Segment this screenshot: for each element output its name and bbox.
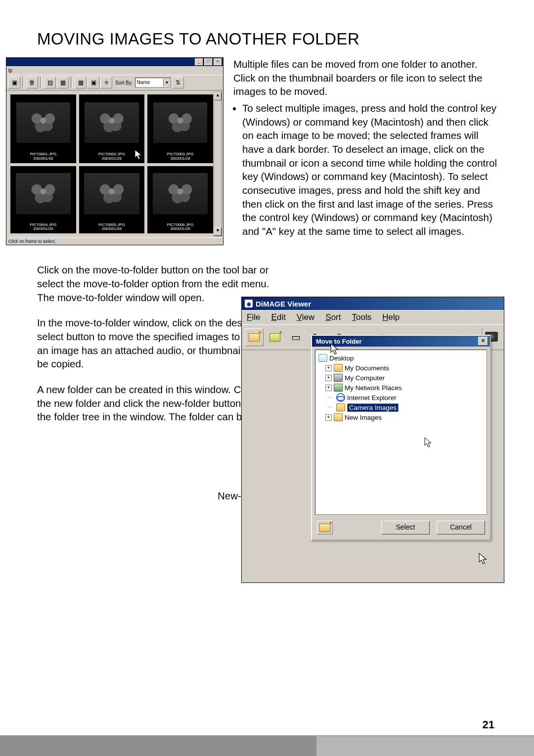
expand-icon[interactable]: + xyxy=(325,414,332,421)
move-folder-icon xyxy=(269,333,280,342)
tree-connector: ⋯ xyxy=(325,395,334,401)
section-title: MOVING IMAGES TO ANOTHER FOLDER xyxy=(37,30,499,48)
thumbnail-filename: PICT0001.JPG2003/01/28 xyxy=(10,151,76,163)
menu-sort[interactable]: Sort xyxy=(325,312,341,322)
close-icon[interactable]: × xyxy=(214,58,222,66)
dimage-viewer-window: ◉ DiMAGE Viewer File Edit View Sort Tool… xyxy=(241,297,504,583)
sort-direction-button[interactable]: ⇅ xyxy=(172,77,184,89)
new-folder-icon xyxy=(319,524,330,532)
thumbnail-cell[interactable]: PICT0004.JPG2003/01/28 xyxy=(10,166,76,234)
new-folder-button[interactable] xyxy=(317,521,333,534)
menubar-fragment: lp xyxy=(6,66,223,75)
sort-by-value: Name xyxy=(137,79,150,87)
close-icon[interactable]: × xyxy=(478,337,488,346)
toolbar-button[interactable]: ≡ xyxy=(100,77,112,89)
cursor-icon xyxy=(424,437,434,448)
folder-icon xyxy=(334,384,343,392)
expand-icon[interactable]: + xyxy=(325,365,332,371)
toolbar-button[interactable]: ▤ xyxy=(44,77,56,89)
menu-edit[interactable]: Edit xyxy=(271,312,285,322)
new-folder-toolbar-button[interactable] xyxy=(245,328,264,346)
scroll-up-icon[interactable]: ▲ xyxy=(214,92,222,100)
menu-tools[interactable]: Tools xyxy=(352,312,371,322)
tree-label: My Network Places xyxy=(345,384,402,392)
menu-view[interactable]: View xyxy=(297,312,315,322)
move-to-folder-dialog: Move to Folder × Desktop +My Documents+M… xyxy=(311,335,491,540)
thumbnail-filename: PICT0005.JPG2003/01/28 xyxy=(79,222,145,234)
tree-item[interactable]: +My Computer xyxy=(318,373,484,383)
flower-icon xyxy=(84,173,139,214)
toolbar-button[interactable]: ▣ xyxy=(8,77,20,89)
page-number: 21 xyxy=(483,718,494,731)
tree-item[interactable]: +My Documents xyxy=(318,363,484,373)
thumbnail-cell[interactable]: PICT0006.JPG2003/01/28 xyxy=(147,166,213,234)
footer-bar xyxy=(0,735,534,756)
scroll-down-icon[interactable]: ▼ xyxy=(214,227,222,236)
expand-icon[interactable]: + xyxy=(325,375,332,381)
thumbnail-cell[interactable]: PICT0003.JPG2003/01/28 xyxy=(147,94,213,163)
internet-explorer-icon xyxy=(336,393,345,402)
flower-icon xyxy=(85,102,138,143)
menu-help[interactable]: Help xyxy=(382,312,400,322)
thumbnail-image[interactable] xyxy=(10,94,76,151)
thumbnail-toolbar: ▣ 🗑 ▤ ▦ ▦ ▣ ≡ Sort By: Name ▾ ⇅ xyxy=(6,75,223,90)
chevron-down-icon[interactable]: ▾ xyxy=(163,79,171,87)
toolbar-button[interactable]: ▭ xyxy=(286,328,305,346)
toolbar-button[interactable]: ▦ xyxy=(75,77,87,89)
vertical-scrollbar[interactable]: ▲ ▼ xyxy=(214,91,222,236)
toolbar-button[interactable]: 🗑 xyxy=(26,77,38,89)
bullet-instruction: To select multiple images, press and hol… xyxy=(242,101,499,238)
thumbnail-filename: PICT0004.JPG2003/01/28 xyxy=(10,222,76,234)
cancel-button[interactable]: Cancel xyxy=(437,521,485,534)
minimize-icon[interactable]: _ xyxy=(195,58,203,66)
desktop-icon xyxy=(318,354,327,362)
menu-file[interactable]: File xyxy=(247,312,260,322)
tree-connector: ⋯ xyxy=(325,404,334,411)
tree-item[interactable]: ⋯Camera Images xyxy=(318,402,484,412)
toolbar-button[interactable]: ▦ xyxy=(57,77,69,89)
thumbnail-image[interactable] xyxy=(10,166,76,222)
tree-item[interactable]: +New Images xyxy=(318,412,484,422)
status-bar-text: Click on frame to select. xyxy=(6,237,223,245)
intro-paragraph: Multiple files can be moved from one fol… xyxy=(233,57,499,98)
sort-by-select[interactable]: Name ▾ xyxy=(135,78,171,88)
move-to-folder-toolbar-button[interactable] xyxy=(266,328,284,346)
flower-icon xyxy=(16,102,70,143)
thumbnail-image[interactable] xyxy=(79,94,145,151)
thumbnail-grid: PICT0001.JPG2003/01/28PICT0002.JPG2003/0… xyxy=(7,91,222,236)
thumbnail-cell[interactable]: PICT0002.JPG2003/01/28 xyxy=(79,94,145,163)
thumbnail-image[interactable] xyxy=(147,166,213,222)
thumbnail-filename: PICT0003.JPG2003/01/28 xyxy=(147,151,213,163)
thumbnail-cell[interactable]: PICT0001.JPG2003/01/28 xyxy=(10,94,76,163)
tree-label: New Images xyxy=(345,414,382,421)
instruction-paragraph: Click on the move-to-folder button on th… xyxy=(37,263,274,304)
flower-icon xyxy=(153,173,208,214)
folder-tree[interactable]: Desktop +My Documents+My Computer+My Net… xyxy=(315,350,487,515)
thumbnail-image[interactable] xyxy=(79,166,145,222)
tree-label: Internet Explorer xyxy=(347,394,397,401)
folder-icon xyxy=(334,374,343,382)
cursor-icon xyxy=(478,552,489,565)
select-button[interactable]: Select xyxy=(381,521,430,534)
tree-item[interactable]: ⋯Internet Explorer xyxy=(318,393,484,402)
tree-label: My Computer xyxy=(345,374,385,382)
folder-icon xyxy=(334,413,343,421)
viewer-title: DiMAGE Viewer xyxy=(256,300,311,308)
toolbar-button[interactable]: ▣ xyxy=(88,77,99,89)
cursor-icon xyxy=(330,343,341,356)
new-folder-icon xyxy=(249,333,260,342)
tree-item[interactable]: +My Network Places xyxy=(318,383,484,393)
thumbnail-image[interactable] xyxy=(147,94,213,151)
tree-root[interactable]: Desktop xyxy=(318,353,484,363)
viewer-titlebar: ◉ DiMAGE Viewer xyxy=(242,297,504,310)
flower-icon xyxy=(16,173,71,214)
folder-icon xyxy=(336,403,345,411)
maximize-icon[interactable]: □ xyxy=(204,58,213,66)
thumbnail-filename: PICT0006.JPG2003/01/28 xyxy=(147,222,213,234)
window-titlebar: _ □ × xyxy=(6,58,223,66)
app-logo-icon: ◉ xyxy=(245,300,253,308)
flower-icon xyxy=(153,102,207,143)
thumbnail-browser-window: _ □ × lp ▣ 🗑 ▤ ▦ ▦ ▣ ≡ Sort By: Name ▾ xyxy=(6,57,223,245)
expand-icon[interactable]: + xyxy=(325,385,332,391)
thumbnail-cell[interactable]: PICT0005.JPG2003/01/28 xyxy=(79,166,145,234)
